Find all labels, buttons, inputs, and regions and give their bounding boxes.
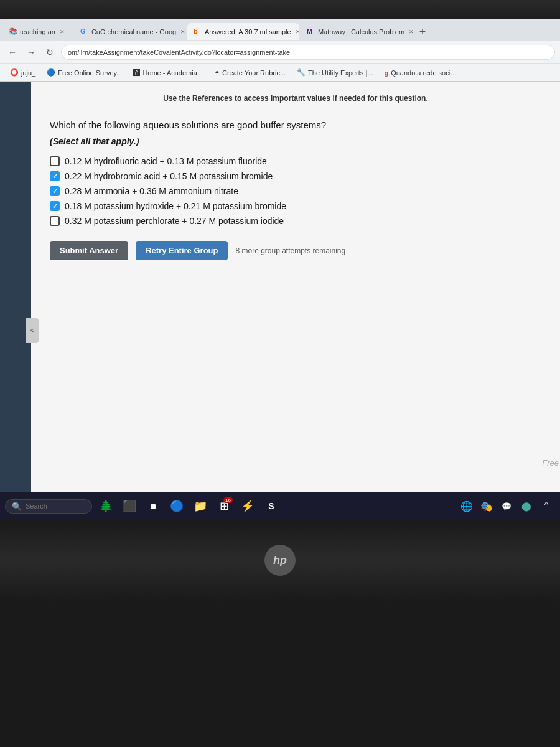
tab-close-1[interactable]: ✕ [58, 27, 67, 36]
back-button[interactable]: ← [5, 45, 20, 60]
checkbox-5[interactable] [50, 216, 60, 226]
bookmark-experts[interactable]: 🔧 The Utility Experts |... [292, 67, 378, 78]
tab-favicon-3: b [194, 27, 202, 36]
option-item-3[interactable]: 0.28 M ammonia + 0.36 M ammonium nitrate [50, 186, 541, 196]
bookmark-favicon-rubric: ✦ [214, 68, 220, 77]
taskbar-icon-record[interactable]: ⏺ [143, 496, 163, 516]
option-label-2: 0.22 M hydrobromic acid + 0.15 M potassi… [65, 171, 273, 181]
option-label-4: 0.18 M potassium hydroxide + 0.21 M pota… [65, 201, 286, 211]
bezel-top [0, 0, 560, 19]
bookmark-favicon-academia: 🅰 [133, 69, 140, 77]
tab-label-4: Mathway | Calculus Problem [318, 28, 404, 35]
options-list: 0.12 M hydrofluoric acid + 0.13 M potass… [50, 156, 541, 226]
retry-group-button[interactable]: Retry Entire Group [136, 241, 228, 260]
bookmark-label-free: Free Online Survey... [58, 69, 122, 77]
taskbar-circle-icon[interactable]: ⬤ [518, 497, 535, 515]
tab-favicon-4: M [307, 27, 315, 36]
select-all-instruction: (Select all that apply.) [50, 136, 541, 146]
left-sidebar [0, 82, 31, 492]
taskbar-chat-icon[interactable]: 💬 [498, 497, 515, 515]
taskbar-search-input[interactable] [26, 502, 75, 510]
address-input[interactable] [61, 45, 555, 60]
bookmark-label-quando: Quando a rede soci... [391, 69, 456, 77]
bookmark-juju[interactable]: ⭕ juju_ [5, 67, 40, 78]
bookmark-favicon-experts: 🔧 [297, 68, 306, 77]
checkbox-1[interactable] [50, 156, 60, 166]
bookmark-favicon-quando: g [384, 69, 388, 77]
content-area: Use the References to access important v… [0, 82, 560, 492]
question-text: Which of the following aqueous solutions… [50, 118, 541, 131]
checkbox-3[interactable] [50, 186, 60, 196]
checkbox-4[interactable] [50, 201, 60, 211]
tab-teaching[interactable]: 📚 teaching an ✕ [2, 23, 73, 40]
option-item-5[interactable]: 0.32 M potassium perchlorate + 0.27 M po… [50, 216, 541, 226]
bookmark-favicon-free: 🔵 [47, 68, 55, 77]
tab-favicon-2: G [80, 27, 89, 36]
tab-label-3: Answered: A 30.7 ml sample [205, 28, 291, 35]
reference-bar: Use the References to access important v… [50, 94, 541, 108]
submit-answer-button[interactable]: Submit Answer [50, 241, 128, 260]
new-tab-button[interactable]: + [414, 23, 431, 40]
option-label-5: 0.32 M potassium perchlorate + 0.27 M po… [65, 216, 284, 226]
hp-logo: hp [264, 545, 296, 576]
tab-bar: 📚 teaching an ✕ G CuO chemical name - Go… [0, 19, 560, 41]
browser-chrome: 📚 teaching an ✕ G CuO chemical name - Go… [0, 19, 560, 82]
bezel-bottom: hp [0, 520, 560, 601]
tab-mathway[interactable]: M Mathway | Calculus Problem ✕ [301, 23, 413, 40]
tab-cuo[interactable]: G CuO chemical name - Goog ✕ [74, 23, 186, 40]
taskbar-globe-icon[interactable]: 🌐 [458, 497, 475, 515]
taskbar-icon-folder[interactable]: 📁 [190, 496, 210, 516]
option-label-3: 0.28 M ammonia + 0.36 M ammonium nitrate [65, 186, 238, 196]
taskbar-search-box[interactable]: 🔍 [5, 499, 92, 514]
tab-close-4[interactable]: ✕ [407, 27, 413, 36]
tab-answered[interactable]: b Answered: A 30.7 ml sample ✕ [187, 23, 299, 40]
bookmark-academia[interactable]: 🅰 Home - Academia... [128, 68, 208, 78]
sidebar-collapse-handle[interactable]: < [26, 318, 39, 343]
option-item-2[interactable]: 0.22 M hydrobromic acid + 0.15 M potassi… [50, 171, 541, 181]
taskbar-icon-s[interactable]: S [261, 496, 281, 516]
taskbar-right: 🌐 🎭 💬 ⬤ ^ [458, 497, 555, 515]
search-icon: 🔍 [12, 502, 22, 511]
taskbar-mask-icon[interactable]: 🎭 [478, 497, 495, 515]
refresh-button[interactable]: ↻ [42, 45, 57, 60]
address-bar-row: ← → ↻ [0, 41, 560, 63]
taskbar: 🔍 🌲 ⬛ ⏺ 🔵 📁 ⊞ 16 ⚡ S 🌐 🎭 💬 ⬤ ^ [0, 492, 560, 520]
bookmark-rubric[interactable]: ✦ Create Your Rubric... [209, 67, 291, 78]
checkbox-2[interactable] [50, 171, 60, 181]
action-row: Submit Answer Retry Entire Group 8 more … [50, 241, 541, 260]
tab-label-2: CuO chemical name - Goog [91, 28, 176, 35]
tab-close-3[interactable]: ✕ [294, 27, 299, 36]
bookmark-favicon-juju: ⭕ [10, 68, 19, 77]
bookmark-quando[interactable]: g Quando a rede soci... [379, 68, 461, 78]
taskbar-chevron-icon[interactable]: ^ [538, 497, 555, 515]
bookmark-label-academia: Home - Academia... [142, 69, 203, 77]
page-content: Use the References to access important v… [31, 82, 560, 492]
taskbar-icon-apps[interactable]: ⚡ [238, 496, 258, 516]
taskbar-icon-file[interactable]: ⬛ [119, 496, 139, 516]
notification-badge: 16 [223, 497, 233, 503]
free-watermark: Free [542, 458, 559, 467]
option-label-1: 0.12 M hydrofluoric acid + 0.13 M potass… [65, 156, 267, 166]
reference-text: Use the References to access important v… [163, 94, 427, 103]
attempts-remaining-text: 8 more group attempts remaining [235, 247, 345, 255]
taskbar-icon-grid[interactable]: ⊞ 16 [214, 496, 234, 516]
taskbar-icon-browser[interactable]: 🔵 [167, 496, 187, 516]
option-item-1[interactable]: 0.12 M hydrofluoric acid + 0.13 M potass… [50, 156, 541, 166]
forward-button[interactable]: → [24, 45, 39, 60]
taskbar-icon-start[interactable]: 🌲 [96, 496, 116, 516]
option-item-4[interactable]: 0.18 M potassium hydroxide + 0.21 M pota… [50, 201, 541, 211]
tab-close-2[interactable]: ✕ [179, 27, 186, 36]
bookmark-label-juju: juju_ [21, 69, 35, 77]
bookmarks-bar: ⭕ juju_ 🔵 Free Online Survey... 🅰 Home -… [0, 63, 560, 81]
bookmark-label-experts: The Utility Experts |... [308, 69, 373, 77]
tab-label-1: teaching an [20, 28, 55, 35]
bookmark-free-online[interactable]: 🔵 Free Online Survey... [42, 67, 127, 78]
bookmark-label-rubric: Create Your Rubric... [222, 69, 286, 77]
tab-favicon-1: 📚 [9, 27, 17, 36]
